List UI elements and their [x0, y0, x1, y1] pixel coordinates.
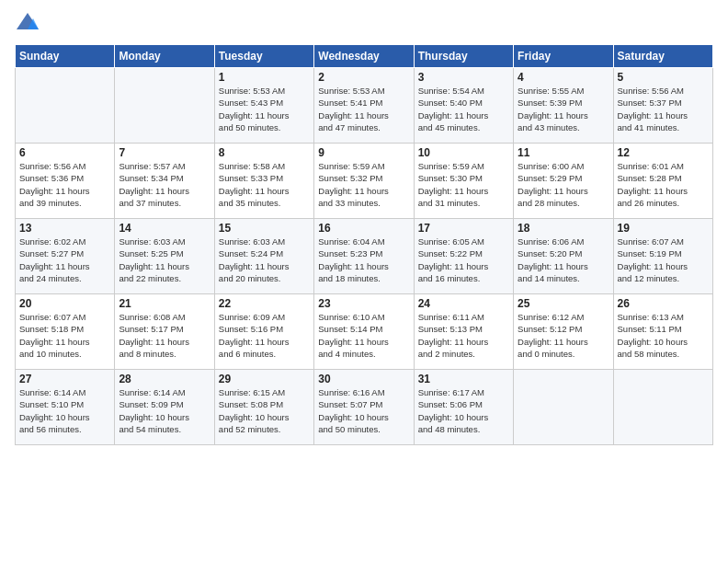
calendar-cell: 2Sunrise: 5:53 AM Sunset: 5:41 PM Daylig… [314, 68, 414, 144]
day-number: 19 [618, 222, 709, 235]
calendar-week-row: 13Sunrise: 6:02 AM Sunset: 5:27 PM Dayli… [16, 219, 713, 294]
day-number: 27 [19, 373, 110, 385]
calendar-cell [613, 370, 712, 445]
day-info: Sunrise: 6:16 AM Sunset: 5:07 PM Dayligh… [318, 386, 409, 435]
calendar-cell: 26Sunrise: 6:13 AM Sunset: 5:11 PM Dayli… [613, 294, 712, 370]
day-info: Sunrise: 5:56 AM Sunset: 5:37 PM Dayligh… [618, 85, 709, 133]
day-info: Sunrise: 6:03 AM Sunset: 5:25 PM Dayligh… [119, 236, 210, 284]
calendar-cell: 3Sunrise: 5:54 AM Sunset: 5:40 PM Daylig… [414, 68, 513, 144]
day-info: Sunrise: 6:02 AM Sunset: 5:27 PM Dayligh… [19, 236, 110, 284]
day-number: 24 [418, 297, 509, 310]
calendar-cell: 23Sunrise: 6:10 AM Sunset: 5:14 PM Dayli… [314, 294, 414, 370]
day-number: 16 [318, 222, 409, 235]
day-info: Sunrise: 5:54 AM Sunset: 5:40 PM Dayligh… [418, 85, 509, 133]
calendar-cell: 30Sunrise: 6:16 AM Sunset: 5:07 PM Dayli… [314, 370, 414, 445]
day-number: 26 [618, 297, 709, 310]
day-info: Sunrise: 6:06 AM Sunset: 5:20 PM Dayligh… [518, 236, 609, 284]
calendar-cell: 14Sunrise: 6:03 AM Sunset: 5:25 PM Dayli… [115, 219, 214, 294]
calendar-cell: 10Sunrise: 5:59 AM Sunset: 5:30 PM Dayli… [414, 144, 513, 219]
day-number: 18 [518, 222, 609, 235]
calendar-cell: 4Sunrise: 5:55 AM Sunset: 5:39 PM Daylig… [514, 68, 613, 144]
calendar-cell: 19Sunrise: 6:07 AM Sunset: 5:19 PM Dayli… [613, 219, 712, 294]
day-number: 21 [119, 297, 210, 310]
day-number: 7 [119, 146, 210, 159]
day-number: 13 [19, 222, 110, 235]
calendar-cell: 31Sunrise: 6:17 AM Sunset: 5:06 PM Dayli… [414, 370, 513, 445]
calendar-cell [514, 370, 613, 445]
day-number: 28 [119, 373, 210, 385]
logo-icon [15, 11, 40, 37]
day-number: 30 [318, 373, 409, 385]
calendar-cell: 9Sunrise: 5:59 AM Sunset: 5:32 PM Daylig… [314, 144, 414, 219]
day-number: 1 [219, 71, 310, 84]
day-info: Sunrise: 6:01 AM Sunset: 5:28 PM Dayligh… [618, 160, 709, 209]
day-info: Sunrise: 6:13 AM Sunset: 5:11 PM Dayligh… [618, 311, 709, 360]
day-info: Sunrise: 5:59 AM Sunset: 5:32 PM Dayligh… [318, 160, 409, 209]
calendar-day-header: Saturday [613, 45, 712, 68]
calendar-cell: 24Sunrise: 6:11 AM Sunset: 5:13 PM Dayli… [414, 294, 513, 370]
day-number: 6 [19, 146, 110, 159]
calendar-table: SundayMondayTuesdayWednesdayThursdayFrid… [15, 44, 713, 445]
day-info: Sunrise: 6:15 AM Sunset: 5:08 PM Dayligh… [219, 386, 310, 435]
day-number: 5 [618, 71, 709, 84]
day-info: Sunrise: 6:03 AM Sunset: 5:24 PM Dayligh… [219, 236, 310, 284]
day-info: Sunrise: 6:10 AM Sunset: 5:14 PM Dayligh… [318, 311, 409, 360]
calendar-cell: 5Sunrise: 5:56 AM Sunset: 5:37 PM Daylig… [613, 68, 712, 144]
day-info: Sunrise: 6:07 AM Sunset: 5:19 PM Dayligh… [618, 236, 709, 284]
day-info: Sunrise: 6:08 AM Sunset: 5:17 PM Dayligh… [119, 311, 210, 360]
calendar-day-header: Thursday [414, 45, 513, 68]
calendar-cell: 29Sunrise: 6:15 AM Sunset: 5:08 PM Dayli… [214, 370, 313, 445]
calendar-cell: 22Sunrise: 6:09 AM Sunset: 5:16 PM Dayli… [214, 294, 313, 370]
calendar-cell: 17Sunrise: 6:05 AM Sunset: 5:22 PM Dayli… [414, 219, 513, 294]
day-number: 31 [418, 373, 509, 385]
calendar-week-row: 27Sunrise: 6:14 AM Sunset: 5:10 PM Dayli… [16, 370, 713, 445]
day-info: Sunrise: 5:58 AM Sunset: 5:33 PM Dayligh… [219, 160, 310, 209]
day-number: 29 [219, 373, 310, 385]
day-number: 4 [518, 71, 609, 84]
calendar-cell: 27Sunrise: 6:14 AM Sunset: 5:10 PM Dayli… [16, 370, 115, 445]
day-number: 12 [618, 146, 709, 159]
day-number: 15 [219, 222, 310, 235]
calendar-cell: 16Sunrise: 6:04 AM Sunset: 5:23 PM Dayli… [314, 219, 414, 294]
calendar-cell: 18Sunrise: 6:06 AM Sunset: 5:20 PM Dayli… [514, 219, 613, 294]
logo [15, 11, 44, 37]
calendar-week-row: 20Sunrise: 6:07 AM Sunset: 5:18 PM Dayli… [16, 294, 713, 370]
calendar-cell: 28Sunrise: 6:14 AM Sunset: 5:09 PM Dayli… [115, 370, 214, 445]
calendar-cell: 8Sunrise: 5:58 AM Sunset: 5:33 PM Daylig… [214, 144, 313, 219]
day-info: Sunrise: 6:17 AM Sunset: 5:06 PM Dayligh… [418, 386, 509, 435]
day-info: Sunrise: 6:05 AM Sunset: 5:22 PM Dayligh… [418, 236, 509, 284]
calendar-cell: 21Sunrise: 6:08 AM Sunset: 5:17 PM Dayli… [115, 294, 214, 370]
day-number: 11 [518, 146, 609, 159]
calendar-day-header: Tuesday [214, 45, 313, 68]
calendar-cell: 25Sunrise: 6:12 AM Sunset: 5:12 PM Dayli… [514, 294, 613, 370]
calendar-day-header: Sunday [16, 45, 115, 68]
calendar-cell: 20Sunrise: 6:07 AM Sunset: 5:18 PM Dayli… [16, 294, 115, 370]
day-number: 2 [318, 71, 409, 84]
day-number: 3 [418, 71, 509, 84]
calendar-cell: 1Sunrise: 5:53 AM Sunset: 5:43 PM Daylig… [214, 68, 313, 144]
day-number: 10 [418, 146, 509, 159]
calendar-day-header: Wednesday [314, 45, 414, 68]
day-info: Sunrise: 5:53 AM Sunset: 5:43 PM Dayligh… [219, 85, 310, 133]
day-number: 14 [119, 222, 210, 235]
day-number: 20 [19, 297, 110, 310]
day-info: Sunrise: 5:53 AM Sunset: 5:41 PM Dayligh… [318, 85, 409, 133]
calendar-cell: 6Sunrise: 5:56 AM Sunset: 5:36 PM Daylig… [16, 144, 115, 219]
day-info: Sunrise: 6:12 AM Sunset: 5:12 PM Dayligh… [518, 311, 609, 360]
day-number: 22 [219, 297, 310, 310]
calendar-week-row: 1Sunrise: 5:53 AM Sunset: 5:43 PM Daylig… [16, 68, 713, 144]
day-number: 25 [518, 297, 609, 310]
calendar-day-header: Friday [514, 45, 613, 68]
day-number: 9 [318, 146, 409, 159]
day-info: Sunrise: 6:04 AM Sunset: 5:23 PM Dayligh… [318, 236, 409, 284]
day-info: Sunrise: 6:14 AM Sunset: 5:10 PM Dayligh… [19, 386, 110, 435]
calendar-header-row: SundayMondayTuesdayWednesdayThursdayFrid… [16, 45, 713, 68]
calendar-cell: 11Sunrise: 6:00 AM Sunset: 5:29 PM Dayli… [514, 144, 613, 219]
page-container: SundayMondayTuesdayWednesdayThursdayFrid… [0, 0, 728, 563]
day-number: 8 [219, 146, 310, 159]
day-info: Sunrise: 6:00 AM Sunset: 5:29 PM Dayligh… [518, 160, 609, 209]
calendar-cell: 7Sunrise: 5:57 AM Sunset: 5:34 PM Daylig… [115, 144, 214, 219]
day-number: 23 [318, 297, 409, 310]
calendar-cell [16, 68, 115, 144]
day-info: Sunrise: 6:14 AM Sunset: 5:09 PM Dayligh… [119, 386, 210, 435]
